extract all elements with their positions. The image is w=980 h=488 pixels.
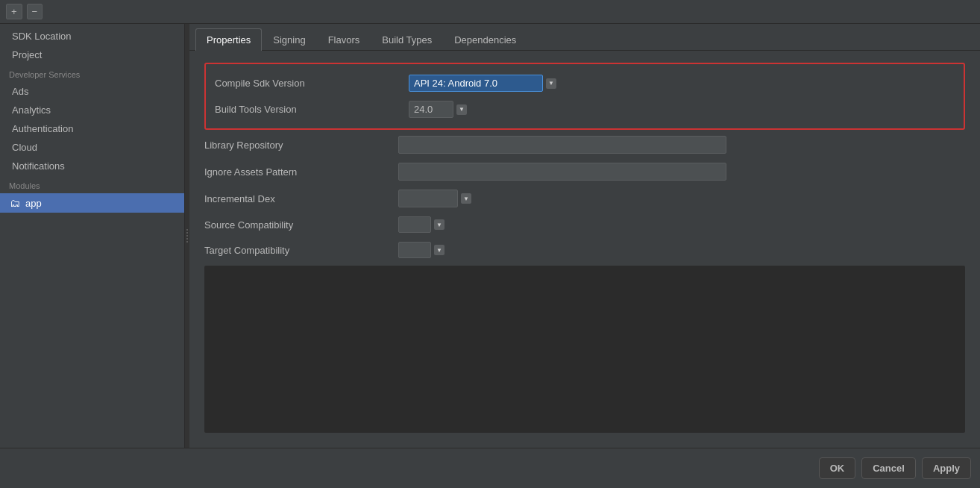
library-repository-input[interactable] <box>398 136 726 154</box>
incremental-dex-row: Incremental Dex ▼ <box>204 185 965 212</box>
remove-button[interactable]: − <box>27 4 43 19</box>
sidebar: SDK Location Project Developer Services … <box>0 24 185 448</box>
sidebar-item-analytics[interactable]: Analytics <box>0 101 184 119</box>
bottom-bar: OK Cancel Apply <box>0 448 980 488</box>
target-compatibility-select[interactable] <box>398 242 431 258</box>
ignore-assets-pattern-input[interactable] <box>398 163 726 181</box>
build-tools-version-select[interactable]: 24.0 <box>409 101 453 118</box>
grip-dot <box>186 241 188 243</box>
ok-button[interactable]: OK <box>819 457 856 479</box>
source-compatibility-select[interactable] <box>398 216 431 233</box>
add-button[interactable]: + <box>6 4 22 19</box>
sidebar-item-ads[interactable]: Ads <box>0 82 184 101</box>
ignore-assets-pattern-row: Ignore Assets Pattern <box>204 158 965 185</box>
sidebar-item-sdk-location[interactable]: SDK Location <box>0 27 184 46</box>
apply-button[interactable]: Apply <box>922 457 971 479</box>
grip-dot <box>186 238 188 240</box>
sidebar-item-app-label: app <box>25 198 42 209</box>
source-compatibility-row: Source Compatibility ▼ <box>204 212 965 237</box>
incremental-dex-value: ▼ <box>398 190 471 207</box>
target-compatibility-value: ▼ <box>398 242 445 258</box>
ignore-assets-pattern-value <box>398 163 726 181</box>
folder-icon: 🗂 <box>9 197 21 209</box>
tab-properties[interactable]: Properties <box>195 28 262 51</box>
right-panel: Properties Signing Flavors Build Types D… <box>189 24 980 448</box>
source-compatibility-value: ▼ <box>398 216 445 233</box>
sidebar-item-authentication[interactable]: Authentication <box>0 119 184 138</box>
incremental-dex-dropdown-arrow[interactable]: ▼ <box>461 193 471 204</box>
library-repository-value <box>398 136 726 154</box>
sidebar-item-app[interactable]: 🗂 app <box>0 193 184 213</box>
sidebar-item-cloud[interactable]: Cloud <box>0 138 184 157</box>
sidebar-section-developer-services: Developer Services <box>0 64 184 82</box>
sidebar-item-project[interactable]: Project <box>0 46 184 64</box>
grip-dot <box>186 229 188 231</box>
bottom-info-panel <box>204 266 965 433</box>
tab-build-types[interactable]: Build Types <box>371 28 443 51</box>
incremental-dex-select[interactable] <box>398 190 458 207</box>
build-tools-version-label: Build Tools Version <box>215 104 409 115</box>
target-compatibility-dropdown-arrow[interactable]: ▼ <box>434 245 445 255</box>
sidebar-section-modules: Modules <box>0 175 184 193</box>
grip-dot <box>186 232 188 234</box>
build-tools-version-dropdown-arrow[interactable]: ▼ <box>456 104 467 115</box>
cancel-button[interactable]: Cancel <box>861 457 916 479</box>
compile-sdk-version-text: API 24: Android 7.0 <box>414 78 497 89</box>
target-compatibility-row: Target Compatibility ▼ <box>204 237 965 263</box>
source-compatibility-label: Source Compatibility <box>204 219 398 231</box>
tab-signing[interactable]: Signing <box>262 28 316 51</box>
incremental-dex-label: Incremental Dex <box>204 193 398 204</box>
top-toolbar: + − <box>0 0 980 24</box>
tab-flavors[interactable]: Flavors <box>317 28 371 51</box>
library-repository-label: Library Repository <box>204 140 398 151</box>
build-tools-version-text: 24.0 <box>414 104 433 115</box>
compile-sdk-version-row: Compile Sdk Version API 24: Android 7.0 … <box>215 70 955 96</box>
target-compatibility-label: Target Compatibility <box>204 245 398 256</box>
build-tools-version-value: 24.0 ▼ <box>409 101 467 118</box>
compile-sdk-version-value: API 24: Android 7.0 ▼ <box>409 75 556 92</box>
ignore-assets-pattern-label: Ignore Assets Pattern <box>204 166 398 178</box>
build-tools-version-row: Build Tools Version 24.0 ▼ <box>215 96 955 122</box>
properties-area: Compile Sdk Version API 24: Android 7.0 … <box>189 51 980 448</box>
compile-sdk-version-dropdown-arrow[interactable]: ▼ <box>546 78 556 89</box>
grip-dots <box>186 229 188 243</box>
sidebar-item-notifications[interactable]: Notifications <box>0 157 184 175</box>
tab-bar: Properties Signing Flavors Build Types D… <box>189 24 980 51</box>
tab-dependencies[interactable]: Dependencies <box>443 28 527 51</box>
compile-sdk-version-label: Compile Sdk Version <box>215 78 409 89</box>
highlight-box: Compile Sdk Version API 24: Android 7.0 … <box>204 63 965 130</box>
grip-dot <box>186 235 188 237</box>
source-compatibility-dropdown-arrow[interactable]: ▼ <box>434 219 445 230</box>
library-repository-row: Library Repository <box>204 131 965 158</box>
compile-sdk-version-select[interactable]: API 24: Android 7.0 <box>409 75 543 92</box>
